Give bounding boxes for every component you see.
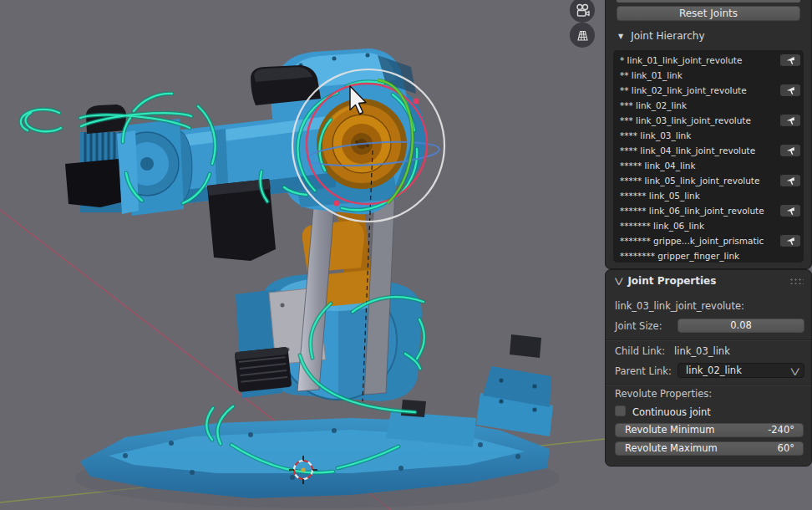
camera-view-icon bbox=[575, 3, 591, 18]
cursor-arrow-icon bbox=[786, 207, 795, 216]
cursor-arrow-icon bbox=[786, 176, 795, 186]
hierarchy-item[interactable]: * link_01_link_joint_revolute bbox=[613, 53, 804, 68]
hierarchy-item[interactable]: ****** link_05_link bbox=[613, 188, 804, 203]
jump-to-joint-button[interactable] bbox=[780, 205, 800, 217]
revolute-minimum-value: -240° bbox=[768, 424, 794, 436]
parent-link-selected: link_02_link bbox=[686, 365, 742, 376]
hierarchy-item-label: *** link_02_link bbox=[620, 100, 687, 110]
jump-to-joint-button[interactable] bbox=[780, 145, 800, 156]
jump-to-joint-button[interactable] bbox=[780, 175, 800, 186]
gizmo-handle-dot[interactable] bbox=[333, 200, 339, 206]
hierarchy-item-label: ******** gripper_finger_link bbox=[620, 251, 739, 261]
hierarchy-item[interactable]: **** link_03_link bbox=[613, 128, 804, 143]
joint-hierarchy-list[interactable]: * link_01_link_joint_revolute** link_01_… bbox=[613, 50, 804, 263]
hierarchy-item[interactable]: ***** link_05_link_joint_revolute bbox=[613, 173, 804, 188]
cursor-arrow-icon bbox=[786, 237, 795, 246]
hierarchy-item[interactable]: ******** gripper_finger_link bbox=[613, 248, 804, 263]
divider bbox=[606, 339, 811, 340]
hierarchy-item[interactable]: ******* link_06_link bbox=[613, 218, 804, 233]
gizmo-handle-dot[interactable] bbox=[413, 98, 419, 104]
cursor-arrow-icon bbox=[786, 86, 795, 95]
perspective-grid-gizmo-button[interactable] bbox=[570, 23, 595, 48]
hierarchy-item[interactable]: **** link_04_link_joint_revolute bbox=[613, 143, 804, 158]
perspective-grid-icon bbox=[575, 28, 591, 43]
revolute-minimum-slider[interactable]: Revolute Minimum -240° bbox=[615, 423, 804, 437]
hierarchy-item-label: * link_01_link_joint_revolute bbox=[620, 55, 742, 65]
hierarchy-item[interactable]: ** link_01_link bbox=[613, 68, 804, 83]
hierarchy-item-label: ***** link_05_link_joint_revolute bbox=[620, 176, 759, 186]
joint-properties-header[interactable]: ⋁ Joint Properties bbox=[606, 270, 811, 292]
child-link-label: Child Link: bbox=[615, 345, 665, 357]
revolute-properties-label: Revolute Properties: bbox=[615, 388, 712, 400]
joint-properties-panel: ⋁ Joint Properties link_03_link_joint_re… bbox=[605, 269, 812, 467]
divider bbox=[606, 384, 811, 385]
hierarchy-item[interactable]: ***** link_04_link bbox=[613, 158, 804, 173]
hierarchy-item-label: ** link_01_link bbox=[620, 70, 683, 80]
jump-to-joint-button[interactable] bbox=[780, 115, 800, 126]
revolute-minimum-label: Revolute Minimum bbox=[625, 424, 714, 436]
hierarchy-item[interactable]: ******* grippe...k_joint_prismatic bbox=[613, 233, 804, 248]
parent-link-label: Parent Link: bbox=[615, 365, 672, 377]
active-joint-name: link_03_link_joint_revolute: bbox=[615, 300, 744, 312]
joint-size-label: Joint Size: bbox=[615, 320, 662, 332]
hierarchy-item-label: ****** link_05_link bbox=[620, 191, 700, 201]
hierarchy-item-label: ***** link_04_link bbox=[620, 161, 696, 171]
revolute-maximum-slider[interactable]: Revolute Maximum 60° bbox=[615, 441, 804, 456]
hierarchy-item-label: **** link_03_link bbox=[620, 130, 691, 140]
blender-viewport-window: Reset Joints ▼ Joint Hierarchy * link_01… bbox=[0, 0, 812, 510]
joint-size-field[interactable]: 0.08 bbox=[678, 319, 804, 333]
sidebar-joint-tools-panel: Reset Joints ▼ Joint Hierarchy * link_01… bbox=[605, 0, 812, 269]
hierarchy-item-label: ** link_02_link_joint_revolute bbox=[620, 85, 747, 95]
continuous-joint-checkbox[interactable] bbox=[615, 405, 626, 416]
hierarchy-item[interactable]: ** link_02_link_joint_revolute bbox=[613, 83, 804, 98]
parent-link-dropdown[interactable]: link_02_link ⋁ bbox=[678, 363, 804, 378]
chevron-down-icon: ⋁ bbox=[790, 365, 799, 378]
hierarchy-item-label: **** link_04_link_joint_revolute bbox=[620, 145, 755, 156]
hierarchy-item-label: ****** link_06_link_joint_revolute bbox=[620, 206, 764, 216]
revolute-maximum-value: 60° bbox=[778, 442, 794, 455]
hierarchy-item[interactable]: *** link_02_link bbox=[613, 98, 804, 113]
hierarchy-item[interactable]: ****** link_06_link_joint_revolute bbox=[613, 203, 804, 218]
hierarchy-item-label: ******* grippe...k_joint_prismatic bbox=[620, 236, 764, 246]
joint-hierarchy-title: Joint Hierarchy bbox=[631, 30, 704, 42]
cursor-arrow-icon bbox=[786, 56, 795, 65]
continuous-joint-label: Continuous joint bbox=[632, 406, 711, 418]
hierarchy-item-label: *** link_03_link_joint_revolute bbox=[620, 115, 751, 125]
child-link-value: link_03_link bbox=[674, 345, 730, 357]
chevron-down-icon: ⋁ bbox=[615, 277, 623, 285]
cursor-arrow-icon bbox=[786, 146, 795, 156]
reset-joints-button[interactable]: Reset Joints bbox=[617, 6, 800, 21]
cutoff-button-top[interactable] bbox=[617, 0, 800, 3]
hierarchy-item[interactable]: *** link_03_link_joint_revolute bbox=[613, 113, 804, 128]
jump-to-joint-button[interactable] bbox=[780, 235, 800, 247]
jump-to-joint-button[interactable] bbox=[780, 84, 800, 96]
joint-hierarchy-header[interactable]: ▼ Joint Hierarchy bbox=[606, 28, 811, 44]
disclosure-triangle-icon: ▼ bbox=[618, 33, 623, 40]
revolute-maximum-label: Revolute Maximum bbox=[625, 442, 718, 455]
panel-grip-icon[interactable] bbox=[789, 278, 804, 284]
hierarchy-item-label: ******* link_06_link bbox=[620, 221, 704, 231]
joint-properties-title: Joint Properties bbox=[627, 275, 716, 287]
cursor-arrow-icon bbox=[786, 116, 795, 125]
jump-to-joint-button[interactable] bbox=[780, 54, 800, 66]
